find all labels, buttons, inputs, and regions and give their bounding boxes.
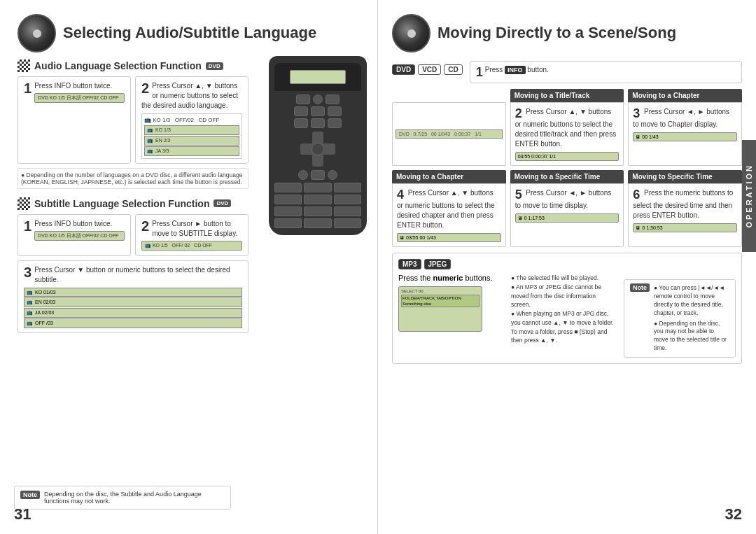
left-note-box: Note Depending on the disc, the Subtitle… [14,486,231,510]
col2-header: Moving to a Chapter [628,89,742,102]
left-note-label: Note [20,491,40,499]
mp3-section: MP3 JPEG Press the numeric buttons. SELE… [392,253,742,364]
remote-btn-d [311,106,325,116]
audio-note: ● Depending on the number of languages o… [18,168,248,189]
mp3-badges: MP3 JPEG [398,259,736,269]
subtitle-step2: 2 Press Cursor ► button to move to SUBTI… [135,214,248,256]
checker-icon-subtitle [18,197,30,210]
subtitle-lcd-display: 📺 KO 01/03 📺 EN 02/03 📺 JA 02/03 📺 OFF /… [24,288,242,328]
format-and-step1: DVD VCD CD 1 Press INFO button. [392,61,742,83]
mp3-screen: SELECT 00 FOLDER/TRACK TAB/OPTION Someth… [398,286,482,332]
remote-numpad [274,183,361,228]
audio-step2-num: 2 [141,81,149,95]
subtitle-section-header: Subtitle Language Selection Function DVD [18,197,248,210]
top-col-bodies: DVD 0:7/25 00 1/043 0:00:37 1/1 2 Press … [392,102,742,166]
remote-num-hash [334,218,361,228]
row2-col3-body: 6 Press the numeric buttons to select th… [628,183,742,247]
badge-vcd: VCD [418,64,441,75]
row2-col3-step-text: Press the numeric buttons to select the … [633,189,733,219]
subtitle-steps-row-12: 1 Press INFO button twice. DVD KO 1/5 日本… [18,214,248,256]
row2-col2-step-num: 5 [515,188,522,201]
row2-col3-lcd: 🖥 0 1:30:53 [633,223,737,232]
col2-step-num: 3 [633,107,640,120]
mp3-left-area: Press the numeric buttons. SELECT 00 FOL… [398,274,504,358]
row2-col1-lcd: 🖥 03/55 00 1/43 [397,233,501,242]
subtitle-step2-text: Press Cursor ► button to move to SUBTITL… [152,220,237,237]
remote-btn-row-3 [274,170,361,180]
remote-num-2 [304,183,331,192]
operation-sidebar: OPERATION [742,140,756,252]
audio-step1-text: Press INFO button twice. [34,82,112,90]
remote-btn-f [298,170,308,180]
remote-body [269,56,367,235]
audio-step1-lcd: DVD KO 1/5 日本語 OFF/02 CD OFF [34,93,125,103]
remote-btn-g [328,170,337,180]
remote-btn-rew [294,118,308,128]
mp3-instruction: Press the numeric buttons. [398,274,504,282]
col1-step-text: Press Cursor ▲, ▼ buttons or numeric but… [515,108,617,148]
col1-body: 2 Press Cursor ▲, ▼ buttons or numeric b… [510,102,624,166]
row2-col3-step-num: 6 [633,188,640,201]
jpeg-badge: JPEG [424,259,451,269]
col1-header: Moving to a Title/Track [510,89,624,102]
right-step1-text: Press INFO button. [485,66,549,74]
remote-num-6 [334,195,361,204]
badge-cd: CD [444,64,462,75]
audio-steps-row: 1 Press INFO button twice. DVD KO 1/5 日本… [18,76,248,164]
remote-btn-power [296,94,310,104]
subtitle-step3: 3 Press Cursor ▼ button or numeric butto… [18,260,248,333]
remote-num-1 [274,183,302,192]
remote-num-star [274,218,302,228]
page-left: Selecting Audio/Subtitle Language Audio … [0,0,378,534]
right-step1-box: 1 Press INFO button. [470,61,742,83]
left-content-area: Audio Language Selection Function DVD 1 … [18,59,248,333]
operation-label: OPERATION [745,164,753,228]
row2-col2-header: Moving to a Specific Time [510,170,624,183]
remote-num-9 [334,206,361,216]
left-title-section: Selecting Audio/Subtitle Language [18,14,363,52]
dpad-enter [312,143,324,155]
bottom-col-headers: Moving to a Chapter Moving to a Specific… [392,170,742,183]
subtitle-section: Subtitle Language Selection Function DVD… [18,197,248,333]
remote-num-8 [304,206,331,216]
checker-icon-audio [18,59,30,72]
format-badges: DVD VCD CD [392,64,463,75]
col2-step-text: Press Cursor ◄, ► buttons to move to Cha… [633,108,729,128]
remote-btn-a [313,94,323,104]
bottom-col-bodies: 4 Press Cursor ▲, ▼ buttons or numeric b… [392,183,742,247]
col2-lcd: 🖥 00 1/43 [633,132,737,141]
remote-btn-ffw [328,118,342,128]
audio-section-title: Audio Language Selection Function [34,60,202,71]
subtitle-step2-lcd: 📺 KO 1/5 OFF/ 02 CD OFF [141,241,242,251]
right-title-section: Moving Directly to a Scene/Song [392,14,742,52]
left-page-number: 31 [14,505,31,524]
subtitle-step1: 1 Press INFO button twice. DVD KO 1/5 日本… [18,214,131,256]
col2-body: 3 Press Cursor ◄, ► buttons to move to C… [628,102,742,166]
subtitle-step3-num: 3 [24,265,31,279]
row2-col2-lcd: 🖥 0 1:17:53 [515,213,620,223]
right-step1-num: 1 [476,66,483,78]
remote-btn-info [311,170,325,180]
right-note-content: ● You can press |◄◄/◄◄ remote control to… [654,284,729,353]
remote-btn-e [328,106,342,116]
lcd-ko: 📺 KO 1/3 [144,125,239,135]
audio-step1-num: 1 [24,81,31,95]
remote-btn-b [326,94,340,104]
audio-step2-text: Press Cursor ▲, ▼ buttons or numeric but… [141,82,238,109]
subtitle-step1-lcd: DVD KO 1/5 日本語 OFF/02 CD OFF [34,231,125,241]
row2-col1-step-text: Press Cursor ▲, ▼ buttons or numeric but… [397,189,495,229]
subtitle-section-title: Subtitle Language Selection Function [34,198,209,209]
remote-transport-row [274,118,361,128]
left-note-text: Depending on the disc, the Subtitle and … [44,491,225,505]
mp3-bullets: ● The selected file will be played. ● An… [511,274,617,358]
audio-step2: 2 Press Cursor ▲, ▼ buttons or numeric b… [135,76,248,164]
mp3-badge: MP3 [398,259,421,269]
right-note-label: Note [630,283,650,292]
remote-num-0 [304,218,331,228]
disc-icon-left [18,14,56,52]
subtitle-step2-num: 2 [141,219,149,233]
right-page-title: Moving Directly to a Scene/Song [438,24,676,42]
remote-num-7 [274,206,302,216]
subtitle-dvd-badge: DVD [214,199,231,207]
row2-col1-step-num: 4 [397,188,404,201]
